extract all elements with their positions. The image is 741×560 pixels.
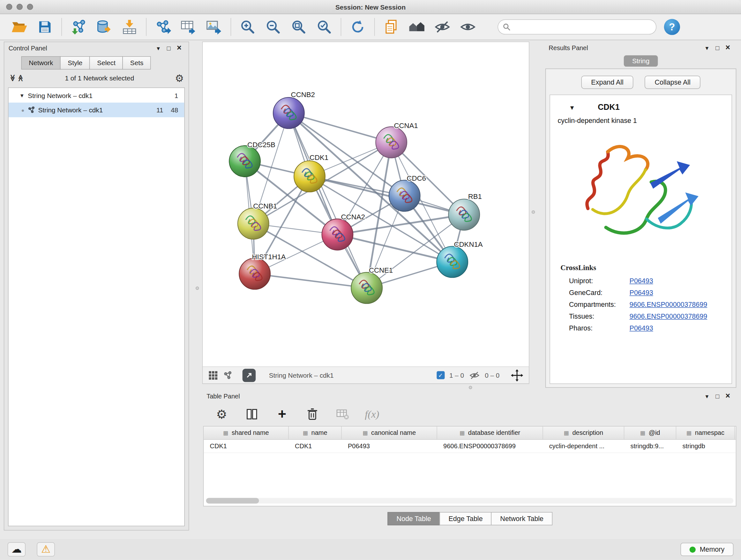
left-splitter-handle[interactable] — [196, 287, 199, 290]
export-image-button[interactable] — [201, 16, 227, 38]
network-canvas[interactable]: CCNB2CCNA1CDC25BCDK1CDC6RB1CCNB1CCNA2CDK… — [203, 42, 529, 367]
network-collection-row[interactable]: ▼ String Network – cdk1 1 — [9, 88, 185, 103]
import-table-button[interactable] — [117, 16, 142, 38]
table-tab-network-table[interactable]: Network Table — [491, 512, 552, 525]
panel-float-icon[interactable]: □ — [712, 44, 723, 51]
network-node-CCNA2[interactable] — [322, 219, 353, 250]
crosslink-value-link[interactable]: 9606.ENSP00000378699 — [630, 312, 708, 320]
birdseye-view-button[interactable] — [243, 368, 256, 381]
network-node-CCNE1[interactable] — [351, 272, 382, 304]
expand-all-icon[interactable]: ≫ — [17, 74, 24, 82]
network-node-CCNB1[interactable] — [238, 208, 269, 240]
search-input[interactable] — [514, 23, 651, 31]
control-tab-style[interactable]: Style — [60, 56, 90, 69]
export-network-button[interactable] — [150, 16, 176, 38]
table-tab-node-table[interactable]: Node Table — [387, 512, 440, 525]
table-cell[interactable]: stringdb — [676, 440, 735, 452]
memory-button[interactable]: Memory — [680, 543, 733, 556]
gene-collapse-icon[interactable]: ▼ — [569, 104, 575, 111]
network-node-CDC25B[interactable] — [229, 145, 260, 177]
show-details-button[interactable] — [455, 16, 481, 38]
network-node-HIST1H1A[interactable] — [239, 258, 270, 290]
column-header-database-identifier[interactable]: ▦database identifier — [437, 427, 543, 439]
table-cell[interactable]: CDK1 — [289, 440, 342, 452]
import-network-from-database-button[interactable] — [91, 16, 117, 38]
table-settings-gear-icon[interactable]: ⚙ — [213, 406, 229, 422]
pan-crosshair-icon[interactable] — [511, 369, 523, 381]
zoom-in-button[interactable] — [235, 16, 260, 38]
tab-string[interactable]: String — [623, 55, 658, 67]
zoom-window-button[interactable] — [27, 4, 33, 10]
control-tab-network[interactable]: Network — [21, 56, 61, 69]
network-edge[interactable] — [289, 113, 367, 288]
table-tab-edge-table[interactable]: Edge Table — [440, 512, 491, 525]
panel-close-icon[interactable]: × — [723, 391, 733, 401]
column-header--id[interactable]: ▦@id — [624, 427, 676, 439]
control-tab-sets[interactable]: Sets — [123, 56, 151, 69]
copy-document-button[interactable] — [379, 16, 404, 38]
column-header-canonical-name[interactable]: ▦canonical name — [342, 427, 437, 439]
minimize-window-button[interactable] — [17, 4, 23, 10]
network-node-RB1[interactable] — [448, 199, 480, 230]
column-header-namespac[interactable]: ▦namespac — [676, 427, 735, 439]
column-header-name[interactable]: ▦name — [289, 427, 342, 439]
panel-close-icon[interactable]: × — [723, 43, 733, 53]
network-view-icon[interactable] — [223, 371, 232, 380]
import-network-from-file-button[interactable] — [66, 16, 91, 38]
network-item-row[interactable]: ● String Network – cdk1 11 48 — [9, 103, 185, 117]
network-options-gear-icon[interactable]: ⚙ — [175, 73, 184, 83]
panel-menu-icon[interactable]: ▾ — [702, 393, 712, 400]
panel-float-icon[interactable]: □ — [163, 45, 174, 52]
panel-float-icon[interactable]: □ — [712, 393, 723, 400]
table-cell[interactable]: 9606.ENSP00000378699 — [437, 440, 543, 452]
zoom-selected-button[interactable] — [312, 16, 337, 38]
network-node-CDKN1A[interactable] — [436, 246, 468, 278]
zoom-out-button[interactable] — [260, 16, 286, 38]
tree-expand-icon[interactable]: ▼ — [19, 92, 24, 98]
table-cell[interactable]: cyclin-dependent ... — [543, 440, 624, 452]
open-session-button[interactable] — [7, 16, 32, 38]
zoom-fit-button[interactable] — [286, 16, 312, 38]
export-table-button[interactable] — [176, 16, 201, 38]
save-session-button[interactable] — [32, 16, 58, 38]
grid-view-icon[interactable] — [208, 370, 218, 380]
table-cell[interactable]: CDK1 — [204, 440, 289, 452]
expand-all-button[interactable]: Expand All — [581, 76, 633, 89]
toolbar-search[interactable] — [497, 19, 657, 35]
apply-layout-button[interactable] — [345, 16, 370, 38]
right-splitter-handle[interactable] — [532, 210, 535, 213]
network-node-CCNA1[interactable] — [376, 127, 407, 158]
crosslink-value-link[interactable]: 9606.ENSP00000378699 — [630, 300, 708, 308]
scrollbar-thumb[interactable] — [206, 498, 259, 503]
crosslink-value-link[interactable]: P06493 — [630, 289, 653, 296]
table-cell[interactable]: stringdb:9... — [624, 440, 676, 452]
close-window-button[interactable] — [6, 4, 12, 10]
network-node-CDC6[interactable] — [389, 180, 420, 211]
show-columns-icon[interactable] — [244, 406, 260, 422]
add-column-icon[interactable]: + — [274, 406, 290, 422]
network-edge[interactable] — [310, 176, 464, 214]
column-header-shared-name[interactable]: ▦shared name — [204, 427, 289, 439]
network-node-CCNB2[interactable] — [273, 98, 305, 129]
control-tab-select[interactable]: Select — [90, 56, 123, 69]
delete-column-trash-icon[interactable] — [305, 406, 320, 422]
crosslink-value-link[interactable]: P06493 — [630, 277, 653, 285]
show-graphics-details-button[interactable] — [404, 16, 429, 38]
network-edge[interactable] — [255, 273, 367, 288]
panel-menu-icon[interactable]: ▾ — [702, 44, 712, 51]
bottom-splitter-handle[interactable] — [469, 386, 472, 389]
network-graph[interactable]: CCNB2CCNA1CDC25BCDK1CDC6RB1CCNB1CCNA2CDK… — [203, 42, 529, 367]
collapse-all-icon[interactable]: ≫ — [9, 74, 17, 82]
table-cell[interactable]: P06493 — [342, 440, 437, 452]
network-node-CDK1[interactable] — [294, 161, 325, 192]
horizontal-scrollbar[interactable] — [206, 498, 734, 503]
cloud-status-button[interactable]: ☁ — [8, 543, 25, 557]
column-header-description[interactable]: ▦description — [543, 427, 624, 439]
hide-details-button[interactable] — [429, 16, 455, 38]
table-row[interactable]: CDK1CDK1P064939606.ENSP00000378699cyclin… — [204, 440, 736, 453]
panel-menu-icon[interactable]: ▾ — [153, 45, 164, 52]
help-button[interactable]: ? — [664, 19, 680, 35]
warnings-button[interactable]: ⚠ — [37, 543, 55, 557]
crosslink-value-link[interactable]: P06493 — [630, 324, 653, 332]
collapse-all-button[interactable]: Collapse All — [645, 76, 700, 89]
